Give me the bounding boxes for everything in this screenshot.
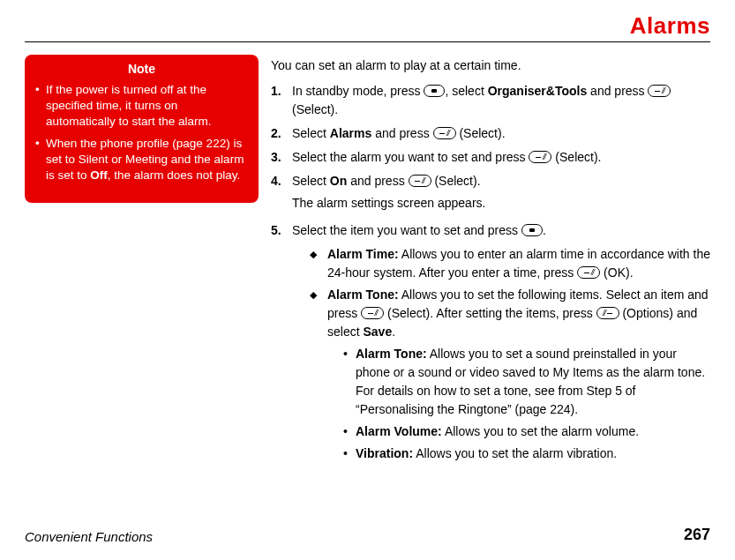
note-item: If the power is turned off at the specif…: [35, 82, 250, 131]
step-text: Select the alarm you want to set and pre…: [292, 150, 529, 164]
note-header: Note: [25, 55, 259, 82]
page-footer: Convenient Functions 267: [25, 519, 710, 544]
diamond-list: Alarm Time: Allows you to enter an alarm…: [310, 245, 710, 463]
diamond-item: Alarm Time: Allows you to enter an alarm…: [310, 245, 710, 282]
bullet-label: Alarm Volume:: [356, 424, 442, 438]
sidebar: Note If the power is turned off at the s…: [25, 55, 259, 203]
bullet-text: Allows you to set the alarm vibration.: [413, 446, 617, 460]
right-softkey-icon: //: [361, 307, 384, 319]
diamond-item: Alarm Tone: Allows you to set the follow…: [310, 286, 710, 463]
diamond-text: (OK).: [600, 265, 633, 280]
step-text: and press: [587, 84, 648, 98]
step-bold: Organiser&Tools: [488, 84, 588, 98]
step-text: Select: [292, 174, 330, 188]
right-softkey-icon: //: [409, 175, 431, 187]
bullet-item: Alarm Tone: Allows you to set a sound pr…: [343, 345, 710, 419]
note-item-text: If the power is turned off at the specif…: [46, 83, 212, 128]
center-key-icon: [424, 85, 445, 97]
diamond-label: Alarm Time:: [327, 247, 399, 261]
diamond-bold: Save: [363, 325, 392, 339]
step-text: (Select).: [551, 150, 601, 164]
diamond-text: (Select). After setting the items, press: [384, 306, 596, 320]
step-text: and press: [347, 174, 408, 188]
bullet-item: Alarm Volume: Allows you to set the alar…: [343, 422, 710, 441]
step-item: In standby mode, press , select Organise…: [271, 82, 710, 119]
step-item: Select the alarm you want to set and pre…: [271, 148, 710, 167]
center-key-icon: [521, 224, 543, 236]
note-box: Note If the power is turned off at the s…: [25, 55, 259, 203]
bullet-label: Alarm Tone:: [356, 347, 427, 361]
right-softkey-icon: //: [433, 127, 456, 139]
bullet-text: Allows you to set the alarm volume.: [442, 424, 639, 438]
footer-page-number: 267: [684, 526, 710, 544]
step-text: (Select).: [292, 102, 338, 116]
intro-text: You can set an alarm to play at a certai…: [271, 56, 710, 75]
step-text: and press: [371, 126, 432, 140]
page-header: Alarms: [25, 12, 710, 42]
step-text: (Select).: [431, 174, 481, 188]
note-item-bold: Off: [90, 168, 108, 182]
step-text: .: [543, 223, 546, 237]
bullet-list: Alarm Tone: Allows you to set a sound pr…: [343, 345, 710, 463]
diamond-label: Alarm Tone:: [327, 287, 399, 302]
main-content: You can set an alarm to play at a certai…: [271, 55, 710, 468]
step-text: (Select).: [456, 126, 506, 140]
diamond-text: .: [392, 325, 395, 339]
content-row: Note If the power is turned off at the s…: [25, 55, 710, 519]
right-softkey-icon: //: [529, 151, 551, 163]
step-item: Select the item you want to set and pres…: [271, 221, 710, 463]
step-text: Select the item you want to set and pres…: [292, 223, 521, 237]
note-body: If the power is turned off at the specif…: [25, 82, 259, 203]
page-title: Alarms: [630, 12, 710, 39]
left-softkey-icon: //: [596, 307, 619, 319]
right-softkey-icon: //: [648, 85, 671, 97]
step-subtext: The alarm settings screen appears.: [292, 194, 710, 213]
step-text: In standby mode, press: [292, 84, 424, 98]
note-item: When the phone profile (page 222) is set…: [35, 136, 250, 184]
footer-section: Convenient Functions: [25, 529, 153, 544]
step-item: Select Alarms and press // (Select).: [271, 124, 710, 143]
step-text: Select: [292, 126, 330, 140]
bullet-item: Vibration: Allows you to set the alarm v…: [343, 444, 710, 463]
step-bold: On: [330, 174, 347, 188]
right-softkey-icon: //: [577, 266, 600, 279]
step-text: , select: [445, 84, 487, 98]
bullet-label: Vibration:: [356, 446, 413, 460]
step-item: Select On and press // (Select). The ala…: [271, 172, 710, 213]
note-item-suffix: , the alarm does not play.: [108, 168, 241, 182]
steps-list: In standby mode, press , select Organise…: [271, 82, 710, 463]
step-bold: Alarms: [330, 126, 371, 140]
